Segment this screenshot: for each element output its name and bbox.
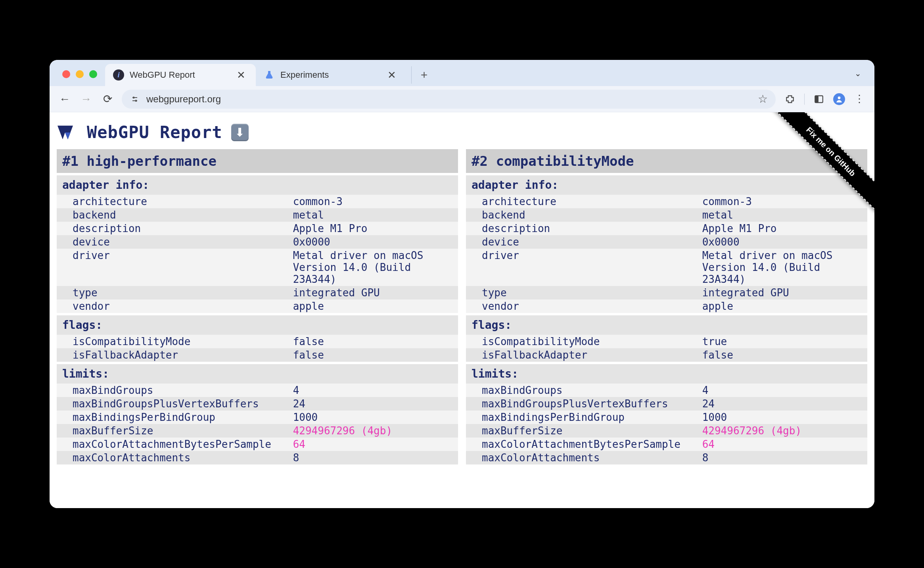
- close-tab-button[interactable]: ✕: [385, 69, 399, 81]
- property-key: device: [73, 236, 293, 248]
- property-row: backendmetal: [57, 208, 458, 222]
- property-key: device: [482, 236, 702, 248]
- property-key: description: [73, 223, 293, 234]
- property-value: apple: [293, 300, 452, 312]
- property-row: descriptionApple M1 Pro: [57, 222, 458, 235]
- tab-overflow-button[interactable]: ⌄: [849, 66, 866, 81]
- property-key: maxBindGroups: [73, 384, 293, 396]
- toolbar: ← → ⟳ webgpureport.org ☆ ⋮: [50, 86, 874, 112]
- property-value: 8: [702, 452, 862, 464]
- property-key: vendor: [73, 300, 293, 312]
- property-value: 64: [293, 438, 452, 450]
- close-window-button[interactable]: [62, 70, 70, 78]
- property-value: Metal driver on macOS Version 14.0 (Buil…: [702, 249, 862, 285]
- property-value: common-3: [702, 196, 862, 207]
- svg-rect-3: [815, 96, 819, 102]
- url-text: webgpureport.org: [146, 94, 221, 105]
- kebab-menu-icon[interactable]: ⋮: [852, 92, 866, 106]
- site-settings-icon[interactable]: [130, 94, 140, 104]
- tab-experiments[interactable]: Experiments ✕: [256, 64, 406, 86]
- download-button[interactable]: ⬇: [231, 124, 249, 141]
- forward-button[interactable]: →: [79, 92, 93, 106]
- address-bar[interactable]: webgpureport.org ☆: [122, 90, 776, 109]
- adapter-columns: #1 high-performanceadapter info:architec…: [50, 149, 874, 464]
- property-row: maxBindGroups4: [57, 384, 458, 397]
- property-key: driver: [482, 249, 702, 285]
- property-row: maxBindGroupsPlusVertexBuffers24: [466, 397, 867, 411]
- property-value: Metal driver on macOS Version 14.0 (Buil…: [293, 249, 452, 285]
- property-value: 0x0000: [702, 236, 862, 248]
- close-tab-button[interactable]: ✕: [234, 69, 248, 81]
- property-value: false: [293, 336, 452, 347]
- new-tab-button[interactable]: +: [411, 66, 429, 84]
- property-key: driver: [73, 249, 293, 285]
- property-key: isCompatibilityMode: [482, 336, 702, 347]
- property-row: maxBindingsPerBindGroup1000: [57, 411, 458, 424]
- property-value: integrated GPU: [293, 287, 452, 299]
- property-key: isCompatibilityMode: [73, 336, 293, 347]
- property-key: maxBufferSize: [73, 425, 293, 437]
- property-row: driverMetal driver on macOS Version 14.0…: [466, 249, 867, 286]
- property-value: true: [702, 336, 862, 347]
- property-key: type: [482, 287, 702, 299]
- adapter-column: #2 compatibilityModeadapter info:archite…: [466, 149, 867, 464]
- property-value: false: [293, 349, 452, 361]
- svg-point-4: [838, 96, 841, 99]
- property-row: isFallbackAdapterfalse: [57, 348, 458, 362]
- property-row: driverMetal driver on macOS Version 14.0…: [57, 249, 458, 286]
- tab-strip: i WebGPU Report ✕ Experiments ✕ + ⌄: [50, 60, 874, 86]
- tab-webgpu-report[interactable]: i WebGPU Report ✕: [105, 64, 256, 86]
- limits-section: maxBindGroups4maxBindGroupsPlusVertexBuf…: [57, 384, 458, 464]
- property-key: maxBufferSize: [482, 425, 702, 437]
- reload-button[interactable]: ⟳: [100, 92, 115, 106]
- window-controls: [59, 70, 105, 86]
- property-row: backendmetal: [466, 208, 867, 222]
- property-key: type: [73, 287, 293, 299]
- property-row: vendorapple: [466, 299, 867, 313]
- minimize-window-button[interactable]: [76, 70, 84, 78]
- property-key: maxBindGroupsPlusVertexBuffers: [73, 398, 293, 410]
- property-row: architecturecommon-3: [466, 195, 867, 208]
- property-row: maxBufferSize4294967296 (4gb): [57, 424, 458, 438]
- adapter-info-section-heading: adapter info:: [57, 175, 458, 195]
- back-button[interactable]: ←: [58, 92, 72, 106]
- property-value: apple: [702, 300, 862, 312]
- bookmark-star-icon[interactable]: ☆: [758, 92, 768, 106]
- property-value: integrated GPU: [702, 287, 862, 299]
- property-row: typeintegrated GPU: [466, 286, 867, 299]
- property-key: maxBindGroups: [482, 384, 702, 396]
- property-row: isFallbackAdapterfalse: [466, 348, 867, 362]
- property-key: maxBindingsPerBindGroup: [482, 411, 702, 423]
- maximize-window-button[interactable]: [89, 70, 97, 78]
- property-value: 4: [702, 384, 862, 396]
- extensions-icon[interactable]: [783, 92, 797, 106]
- property-key: maxBindingsPerBindGroup: [73, 411, 293, 423]
- property-row: maxBufferSize4294967296 (4gb): [466, 424, 867, 438]
- property-value: 0x0000: [293, 236, 452, 248]
- property-value: metal: [293, 209, 452, 221]
- property-key: maxBindGroupsPlusVertexBuffers: [482, 398, 702, 410]
- property-value: common-3: [293, 196, 452, 207]
- property-key: maxColorAttachments: [482, 452, 702, 464]
- property-value: metal: [702, 209, 862, 221]
- limits-section: maxBindGroups4maxBindGroupsPlusVertexBuf…: [466, 384, 867, 464]
- property-row: vendorapple: [57, 299, 458, 313]
- property-row: isCompatibilityModetrue: [466, 335, 867, 348]
- sidepanel-icon[interactable]: [812, 92, 826, 106]
- flags-section: isCompatibilityModetrueisFallbackAdapter…: [466, 335, 867, 362]
- property-row: maxColorAttachments8: [57, 451, 458, 464]
- property-row: descriptionApple M1 Pro: [466, 222, 867, 235]
- profile-avatar[interactable]: [833, 93, 845, 105]
- tab-title: Experiments: [280, 70, 329, 80]
- page-content: Fix me on GitHub WebGPU Report ⬇ #1 high…: [50, 112, 874, 508]
- property-row: maxColorAttachments8: [466, 451, 867, 464]
- svg-point-1: [135, 100, 137, 102]
- property-value: 4294967296 (4gb): [293, 425, 452, 437]
- property-value: 1000: [702, 411, 862, 423]
- tab-favicon-icon: i: [113, 69, 124, 81]
- property-row: isCompatibilityModefalse: [57, 335, 458, 348]
- property-key: isFallbackAdapter: [482, 349, 702, 361]
- property-key: maxColorAttachmentBytesPerSample: [73, 438, 293, 450]
- adapter-info-section: architecturecommon-3backendmetaldescript…: [57, 195, 458, 313]
- property-value: 1000: [293, 411, 452, 423]
